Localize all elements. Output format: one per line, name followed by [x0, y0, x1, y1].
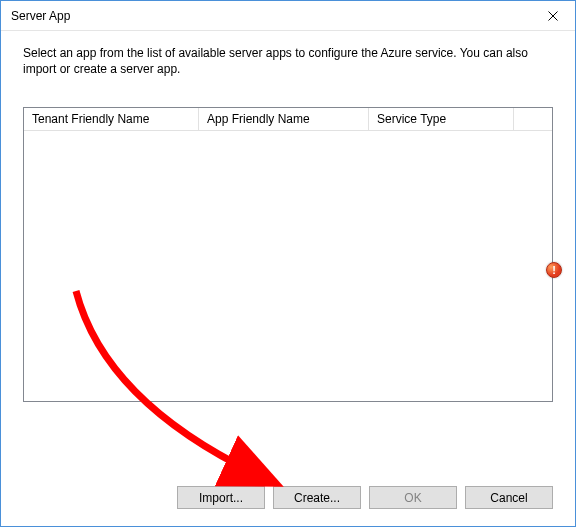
create-button[interactable]: Create... — [273, 486, 361, 509]
titlebar: Server App — [1, 1, 575, 31]
column-app-name[interactable]: App Friendly Name — [199, 108, 369, 131]
button-row: Import... Create... OK Cancel — [177, 486, 553, 509]
close-button[interactable] — [530, 1, 575, 30]
dialog-window: Server App Select an app from the list o… — [0, 0, 576, 527]
ok-button[interactable]: OK — [369, 486, 457, 509]
column-spacer — [514, 108, 552, 131]
list-body[interactable] — [24, 132, 552, 401]
window-title: Server App — [11, 9, 70, 23]
error-icon[interactable]: ! — [546, 262, 562, 278]
list-container: Tenant Friendly Name App Friendly Name S… — [23, 107, 553, 402]
dialog-content: Select an app from the list of available… — [1, 31, 575, 402]
column-tenant-name[interactable]: Tenant Friendly Name — [24, 108, 199, 131]
close-icon — [548, 11, 558, 21]
cancel-button[interactable]: Cancel — [465, 486, 553, 509]
app-list[interactable]: Tenant Friendly Name App Friendly Name S… — [23, 107, 553, 402]
column-service-type[interactable]: Service Type — [369, 108, 514, 131]
instruction-text: Select an app from the list of available… — [23, 45, 553, 77]
import-button[interactable]: Import... — [177, 486, 265, 509]
list-header: Tenant Friendly Name App Friendly Name S… — [24, 108, 552, 132]
